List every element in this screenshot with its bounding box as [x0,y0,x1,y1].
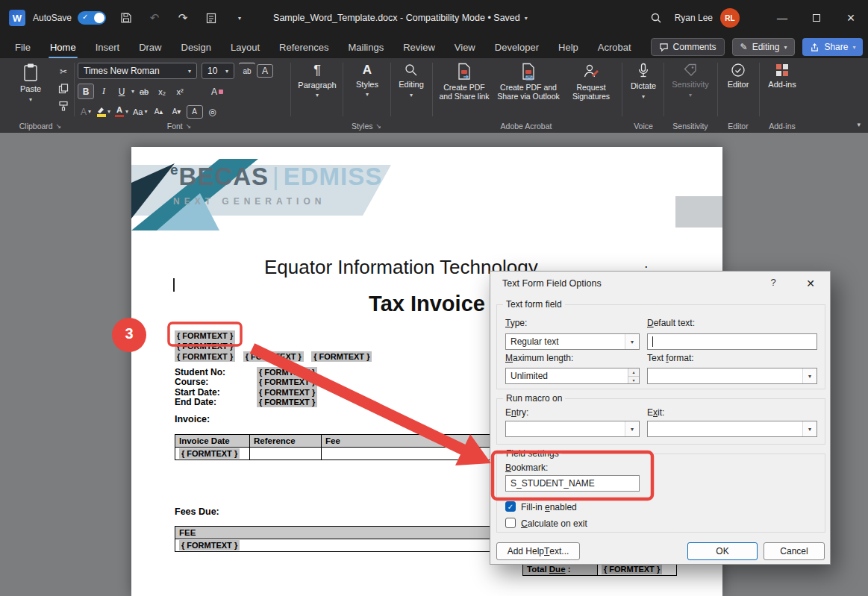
editing-button[interactable]: Editing ▾ [394,63,428,98]
maximum-length-spinner[interactable]: Unlimited ▴▾ [505,368,640,384]
formtext-field[interactable]: { FORMTEXT } [257,387,317,398]
formtext-field[interactable]: { FORMTEXT } [602,564,662,574]
text-effects-icon[interactable]: A▾ [78,104,94,119]
sensitivity-button[interactable]: Sensitivity ▾ [667,63,714,98]
chevron-down-icon[interactable]: ▾ [131,88,134,95]
tab-developer[interactable]: Developer [495,36,539,58]
type-dropdown[interactable]: Regular text ▾ [505,333,640,350]
formtext-field[interactable]: { FORMTEXT } [175,351,235,362]
quick-access-chevron-icon[interactable]: ▾ [231,10,248,26]
shrink-font-icon[interactable]: A▾ [169,104,185,119]
character-shading-icon[interactable]: A [187,105,203,119]
paragraph-button[interactable]: ¶ Paragraph ▾ [296,63,339,99]
create-pdf-outlook-label: Create PDF and Share via Outlook [494,83,563,101]
cancel-button[interactable]: Cancel [764,542,825,560]
tab-view[interactable]: View [455,36,475,58]
paste-button[interactable]: Paste ▾ [10,63,51,103]
underline-icon[interactable]: U [113,84,130,99]
dialog-launcher-icon[interactable]: ↘ [186,122,192,130]
clear-formatting-icon[interactable]: A [209,84,225,99]
group-divider [343,63,343,116]
addins-button[interactable]: Add-ins [763,63,802,90]
tab-review[interactable]: Review [403,36,435,58]
formtext-field[interactable]: { FORMTEXT } [257,367,317,377]
create-pdf-outlook-button[interactable]: Create PDF and Share via Outlook [494,63,563,101]
calculate-on-exit-checkbox[interactable] [505,518,516,528]
logo-wordmark: eBECAS|EDMISS [170,162,382,191]
document-icon[interactable] [203,10,219,26]
strikethrough-icon[interactable]: ab [136,84,152,99]
avatar[interactable]: RL [720,8,740,28]
share-button[interactable]: Share ▾ [802,38,863,56]
formtext-field[interactable]: { FORMTEXT } [257,377,317,387]
tab-file[interactable]: File [15,36,31,58]
tab-layout[interactable]: Layout [231,36,260,58]
minimize-button[interactable]: — [765,0,799,36]
undo-icon[interactable]: ↶ [146,10,163,26]
formtext-field[interactable]: { FORMTEXT } [243,351,304,362]
tab-mailings[interactable]: Mailings [349,36,384,58]
phonetic-guide-icon[interactable]: ab [239,63,255,78]
save-icon[interactable] [118,10,134,26]
font-color-icon[interactable]: A ▾ [113,104,130,119]
fill-in-enabled-checkbox[interactable]: ✓ [505,501,516,512]
enclose-characters-icon[interactable]: ◎ [204,104,221,119]
editing-mode-button[interactable]: ✎ Editing ▾ [732,38,796,56]
formtext-field[interactable]: { FORMTEXT } [311,351,372,362]
character-border-icon[interactable]: A [257,64,273,78]
request-signatures-button[interactable]: Request Signatures [566,63,616,101]
font-name-combobox[interactable]: Times New Roman ▾ [78,63,197,79]
formtext-field[interactable]: { FORMTEXT } [257,397,317,407]
format-painter-icon[interactable] [55,98,72,113]
comments-button[interactable]: Comments [651,38,725,56]
dialog-launcher-icon[interactable]: ↘ [56,122,62,130]
help-icon[interactable]: ? [765,277,781,292]
font-size-combobox[interactable]: 10 ▾ [202,63,234,79]
word-app-icon[interactable]: W [9,10,25,26]
editor-button[interactable]: Editor [721,63,755,90]
superscript-icon[interactable]: x² [172,84,188,99]
bookmark-input[interactable]: S_STUDENT_NAME [505,475,640,492]
tab-insert[interactable]: Insert [96,36,120,58]
paste-label: Paste [20,84,41,94]
subscript-icon[interactable]: x₂ [154,84,170,99]
dictate-button[interactable]: Dictate ▾ [625,63,661,100]
italic-icon[interactable]: I [96,84,112,99]
font-name-value: Times New Roman [84,66,160,76]
tab-references[interactable]: References [279,36,328,58]
spin-down-icon[interactable]: ▾ [628,377,639,384]
tab-help[interactable]: Help [558,36,578,58]
text-format-dropdown[interactable]: ▾ [647,368,817,384]
bookmark-value: S_STUDENT_NAME [511,478,595,489]
document-title[interactable]: Sample_Word_Template.docx - Compatibilit… [273,13,528,23]
change-case-icon[interactable]: Aa▾ [131,104,149,119]
formtext-field[interactable]: { FORMTEXT } [179,540,240,550]
tab-design[interactable]: Design [181,36,211,58]
formtext-field[interactable]: { FORMTEXT } [179,448,240,459]
add-help-text-button[interactable]: Add Help Text... [496,542,580,560]
create-pdf-share-link-button[interactable]: Create PDF and Share link [439,63,490,101]
exit-dropdown[interactable]: ▾ [647,421,817,437]
dialog-launcher-icon[interactable]: ↘ [376,122,382,130]
bold-icon[interactable]: B [78,84,94,99]
cut-icon[interactable]: ✂ [55,64,72,79]
default-text-input[interactable] [647,333,817,350]
tab-home[interactable]: Home [50,36,76,58]
ok-button[interactable]: OK [687,542,758,560]
collapse-ribbon-icon[interactable]: ▾ [857,121,861,128]
entry-dropdown[interactable]: ▾ [505,421,640,437]
styles-button[interactable]: A Styles ▾ [348,63,387,98]
tab-acrobat[interactable]: Acrobat [598,36,631,58]
grow-font-icon[interactable]: A▴ [151,104,167,119]
user-name[interactable]: Ryan Lee [675,13,713,23]
close-button[interactable]: × [834,0,868,36]
close-icon[interactable]: ✕ [799,275,822,292]
copy-icon[interactable] [55,81,72,96]
maximize-button[interactable] [799,0,834,36]
spin-up-icon[interactable]: ▴ [628,368,639,377]
highlight-color-icon[interactable]: ▾ [96,104,112,119]
redo-icon[interactable]: ↷ [175,10,191,26]
search-icon[interactable] [648,10,664,26]
autosave-toggle[interactable]: ✓ [78,11,106,25]
tab-draw[interactable]: Draw [139,36,161,58]
